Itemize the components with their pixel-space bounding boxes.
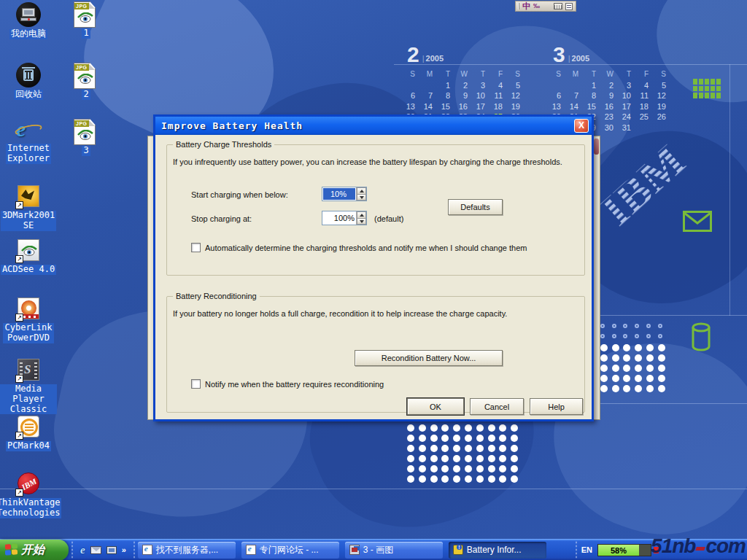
pcmark04-icon: ↗ bbox=[16, 414, 41, 439]
desktop-icon-label: Media Player Classic bbox=[0, 384, 57, 414]
wallpaper-dot bbox=[658, 324, 662, 328]
wallpaper-dot bbox=[453, 445, 460, 452]
wallpaper-dot bbox=[476, 465, 484, 472]
desktop-icon-jpg-1[interactable]: JPG 1 bbox=[58, 1, 115, 39]
taskbar-button[interactable]: 3 - 画图 bbox=[345, 542, 443, 559]
desktop-icon-powerdvd[interactable]: ↗ CyberLink PowerDVD bbox=[0, 296, 57, 343]
desktop-icon-jpg-3[interactable]: JPG 3 bbox=[58, 119, 115, 156]
taskbar-button-label: Battery Infor... bbox=[467, 545, 522, 555]
ime-language-bar[interactable]: 中 ‰ bbox=[515, 1, 576, 12]
desktop-icon-media-player-classic[interactable]: S ↗ Media Player Classic bbox=[0, 357, 57, 414]
group-title: Battery Charge Thresholds bbox=[173, 140, 274, 149]
behind-window-button bbox=[594, 139, 599, 155]
ok-button[interactable]: OK bbox=[407, 398, 464, 415]
close-button[interactable]: X bbox=[574, 119, 589, 133]
ime-mode-icon[interactable]: 中 bbox=[522, 2, 530, 10]
desktop-icon-pcmark04[interactable]: ↗ PCMark04 bbox=[0, 414, 57, 451]
spin-down-button[interactable] bbox=[357, 218, 366, 225]
wallpaper-dot bbox=[600, 375, 608, 382]
wallpaper-dot bbox=[465, 475, 472, 483]
spin-up-button[interactable] bbox=[357, 187, 366, 194]
battery-charge-thresholds-group: Battery Charge Thresholds If you infrequ… bbox=[166, 144, 585, 276]
windows-logo-icon bbox=[5, 543, 18, 556]
taskbar-button[interactable]: 找不到服务器,... bbox=[138, 542, 236, 559]
spin-up-button[interactable] bbox=[357, 211, 366, 218]
watermark-dash bbox=[696, 547, 706, 551]
auto-thresholds-checkbox[interactable] bbox=[191, 243, 201, 252]
drag-handle[interactable] bbox=[518, 3, 519, 9]
wallpaper-dot bbox=[407, 445, 414, 452]
soft-keyboard-icon[interactable] bbox=[554, 3, 562, 9]
quick-launch-bar: e » bbox=[76, 544, 131, 556]
wallpaper-dot bbox=[488, 455, 495, 462]
taskbar-button[interactable]: 专门网论坛 - ... bbox=[241, 542, 339, 559]
wallpaper-dot bbox=[635, 324, 639, 328]
wallpaper-dot bbox=[453, 424, 460, 432]
taskbar: 开始 e » 找不到服务器,...专门网论坛 - ...3 - 画图Batter… bbox=[0, 539, 747, 560]
wallpaper-dot bbox=[499, 445, 506, 452]
desktop-icon-internet-explorer[interactable]: e Internet Explorer bbox=[0, 117, 57, 164]
desktop-icon-acdsee[interactable]: ↗ ACDSee 4.0 bbox=[0, 238, 57, 275]
stop-charging-value[interactable]: 100% bbox=[322, 211, 356, 225]
dialog-titlebar[interactable]: Improve Battery Health X bbox=[155, 117, 592, 135]
desktop-icon-my-computer[interactable]: 我的电脑 bbox=[0, 2, 57, 39]
wallpaper-dot bbox=[407, 475, 414, 483]
battery-reconditioning-group: Battery Reconditioning If your battery n… bbox=[166, 296, 585, 413]
cancel-button[interactable]: Cancel bbox=[470, 398, 524, 415]
wallpaper-dot bbox=[658, 334, 662, 338]
wallpaper-dot bbox=[499, 475, 506, 483]
battery-meter[interactable]: 58% bbox=[597, 544, 651, 556]
paint-icon bbox=[349, 545, 360, 555]
desktop-icon-recycle-bin[interactable]: 回收站 bbox=[0, 63, 57, 100]
desktop-icon-3dmark2001[interactable]: ↗ 3DMark2001 SE bbox=[0, 184, 57, 231]
group-description: If your battery no longer holds a full c… bbox=[173, 309, 578, 318]
stop-charging-spinner[interactable]: 100% bbox=[322, 211, 367, 225]
51nb-watermark: 51nb com bbox=[651, 534, 746, 558]
wallpaper-dot bbox=[646, 385, 654, 392]
ime-menu-icon[interactable] bbox=[565, 3, 573, 10]
internet-explorer-icon: e bbox=[16, 117, 41, 141]
spin-down-button[interactable] bbox=[357, 194, 366, 201]
help-button[interactable]: Help bbox=[530, 398, 583, 415]
desktop-icon-thinkvantage[interactable]: IBM ↗ ThinkVantage Technologies bbox=[0, 471, 57, 518]
jpg-badge: JPG bbox=[74, 120, 89, 127]
wallpaper-dot bbox=[476, 424, 484, 432]
shortcut-arrow-icon: ↗ bbox=[15, 314, 23, 322]
wallpaper-dot bbox=[511, 435, 518, 442]
defaults-button[interactable]: Defaults bbox=[448, 199, 503, 215]
battery-meter-empty bbox=[639, 545, 651, 556]
wallpaper-dot bbox=[453, 455, 460, 462]
desktop-icon-label: 回收站 bbox=[14, 90, 43, 100]
wallpaper-dot bbox=[430, 435, 438, 442]
quick-launch-show-desktop-icon[interactable] bbox=[107, 546, 117, 554]
wallpaper-dot bbox=[407, 424, 414, 432]
wallpaper-dot bbox=[441, 445, 449, 452]
improve-battery-health-dialog: Improve Battery Health X Battery Charge … bbox=[153, 114, 594, 421]
width-toggle-icon[interactable]: ‰ bbox=[533, 3, 540, 9]
wallpaper-dot bbox=[499, 424, 506, 432]
start-charging-value[interactable]: 10% bbox=[323, 188, 355, 200]
quick-launch-ie-icon[interactable]: e bbox=[80, 544, 85, 556]
taskbar-button-label: 找不到服务器,... bbox=[156, 544, 218, 556]
start-button[interactable]: 开始 bbox=[0, 540, 69, 560]
wallpaper-dot bbox=[600, 385, 608, 392]
wallpaper-dot bbox=[612, 375, 619, 382]
wallpaper-dot bbox=[441, 435, 449, 442]
shortcut-arrow-icon: ↗ bbox=[15, 375, 23, 383]
quick-launch-mail-icon[interactable] bbox=[90, 546, 101, 554]
wallpaper-dot bbox=[488, 445, 495, 452]
notify-reconditioning-checkbox[interactable] bbox=[191, 379, 201, 389]
wallpaper-dot bbox=[658, 385, 665, 392]
start-charging-spinner[interactable]: 10% bbox=[322, 187, 367, 201]
wallpaper-dot bbox=[441, 424, 449, 432]
taskbar-button[interactable]: Battery Infor... bbox=[449, 542, 546, 559]
wallpaper-dot bbox=[658, 344, 665, 351]
quick-launch-more-chevron[interactable]: » bbox=[122, 545, 126, 554]
language-indicator[interactable]: EN bbox=[581, 545, 592, 554]
wallpaper-dot bbox=[499, 465, 506, 472]
desktop: 2 |2005 SMTWTFS1234567891011121314151617… bbox=[0, 0, 747, 560]
desktop-icon-jpg-2[interactable]: JPG 2 bbox=[58, 63, 115, 100]
wallpaper-dot bbox=[488, 424, 495, 432]
battery-icon bbox=[453, 545, 463, 555]
recondition-battery-button[interactable]: Recondition Battery Now... bbox=[355, 350, 503, 366]
